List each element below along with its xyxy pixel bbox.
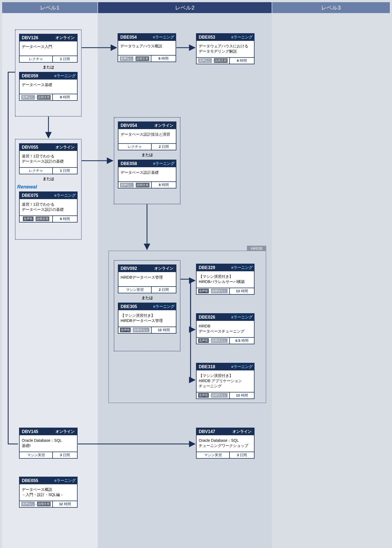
card-duration: 12 時間 (152, 327, 176, 333)
card-DBE054[interactable]: DBE054 eラーニング データウェアハウス概説 音声なし·説明文有 6 時間 (118, 33, 176, 62)
card-code: DBE055 (20, 477, 53, 484)
card-code: DBE059 (20, 72, 53, 80)
card-type-badge: eラーニング (230, 363, 254, 370)
card-type-badge: eラーニング (152, 160, 176, 167)
card-code: DBV147 (197, 428, 230, 435)
card-DBE318[interactable]: DBE318 eラーニング 【マシン演習付き】HiRDB アプリケーションチュー… (196, 363, 255, 399)
card-DBE026[interactable]: DBE026 eラーニング HiRDBデータベースチューニング 音声有·説明文な… (196, 313, 255, 344)
card-title: データベース設計基礎 (118, 167, 176, 181)
group-db-design: DBV054 オンライン データベース設計技法と演習 レクチャ 2 日間 または… (114, 117, 180, 204)
card-mode: 音声有·説明文なし (118, 327, 152, 333)
card-duration: 6 時間 (152, 182, 176, 188)
card-mode: 音声有·説明文なし (197, 338, 230, 344)
card-duration: 2 日間 (152, 287, 176, 293)
group-db-design-basics: DBV055 オンライン 速習！1日でわかるデータベース設計の基礎 レクチャ 1… (15, 139, 82, 240)
card-type-badge: eラーニング (53, 192, 77, 199)
or-label: または (16, 63, 81, 72)
card-title: 【マシン演習付き】HiRDB アプリケーションチューニング (197, 370, 254, 392)
card-DBE075[interactable]: DBE075 eラーニング 速習！1日でわかるデータベース設計の基礎 音声有·説… (19, 191, 78, 223)
card-type-badge: eラーニング (230, 34, 254, 41)
card-type-badge: オンライン (230, 428, 254, 435)
card-code: DBV092 (118, 265, 152, 272)
or-label: または (16, 174, 81, 184)
card-duration: 3 日間 (53, 452, 77, 458)
card-DBE305[interactable]: DBE305 eラーニング 【マシン演習付き】HiRDBデータベース管理 音声有… (118, 303, 176, 334)
card-title: 【マシン演習付き】HiRDBパラレルサーバ構築 (197, 271, 254, 288)
group-db-intro: DBV126 オンライン データベース入門 レクチャ 1 日間 または DBE0… (15, 29, 82, 117)
card-title: データウェアハウス概説 (118, 41, 176, 55)
card-type-badge: eラーニング (230, 314, 254, 321)
card-mode: 音声なし·説明文有 (20, 501, 53, 507)
card-DBV145[interactable]: DBV145 オンライン Oracle Database：SQL基礎Ⅰ マシン実… (19, 428, 78, 459)
card-type-badge: オンライン (152, 265, 176, 272)
card-duration: 6.5 時間 (230, 338, 254, 344)
card-type-badge: eラーニング (151, 34, 176, 41)
card-DBE055[interactable]: DBE055 eラーニング データベース概説－入門・設計・SQL編－ 音声なし·… (19, 477, 78, 508)
card-DBV054[interactable]: DBV054 オンライン データベース設計技法と演習 レクチャ 2 日間 (118, 121, 176, 150)
card-DBE329[interactable]: DBE329 eラーニング 【マシン演習付き】HiRDBパラレルサーバ構築 音声… (196, 264, 255, 295)
card-mode: レクチャ (20, 168, 53, 174)
card-duration: 8 時間 (53, 94, 77, 100)
card-title: 速習！1日でわかるデータベース設計の基礎 (20, 199, 77, 215)
card-mode: レクチャ (20, 56, 53, 62)
card-code: DBE318 (197, 363, 230, 370)
card-mode: レクチャ (118, 144, 152, 150)
card-title: データベース概説－入門・設計・SQL編－ (20, 484, 77, 501)
card-duration: 3 日間 (230, 452, 254, 458)
group-hirdb-manage: DBV092 オンライン HiRDBデータベース管理 マシン実習 2 日間 また… (114, 260, 180, 351)
card-title: データベース設計技法と演習 (118, 129, 176, 143)
card-code: DBV126 (20, 34, 53, 41)
level1-header: レベル1 (2, 2, 97, 13)
card-code: DBE075 (20, 192, 53, 199)
hirdb-label: HiRDB (247, 246, 266, 251)
card-type-badge: オンライン (53, 428, 77, 435)
card-mode: マシン実習 (197, 452, 230, 458)
card-type-badge: eラーニング (53, 72, 77, 80)
card-type-badge: eラーニング (230, 264, 254, 271)
card-title: データベース基礎 (20, 80, 77, 94)
card-title: 【マシン演習付き】HiRDBデータベース管理 (118, 310, 176, 327)
card-type-badge: eラーニング (53, 477, 77, 484)
card-mode: 音声有·説明文有 (20, 216, 53, 222)
card-DBV147[interactable]: DBV147 オンライン Oracle Database：SQLチューニングワー… (196, 428, 255, 459)
level2-header: レベル2 (98, 2, 272, 13)
card-duration: 6 時間 (151, 56, 176, 62)
card-code: DBE058 (118, 160, 152, 167)
renewal-badge: Renewal (16, 184, 81, 191)
card-DBE058[interactable]: DBE058 eラーニング データベース設計基礎 音声なし·説明文有 6 時間 (118, 160, 176, 188)
card-type-badge: eラーニング (152, 303, 176, 310)
card-duration: 6 時間 (230, 58, 254, 64)
card-DBV055[interactable]: DBV055 オンライン 速習！1日でわかるデータベース設計の基礎 レクチャ 1… (19, 143, 78, 174)
card-title: データウェアハウスにおけるデータモデリング解説 (197, 41, 254, 57)
card-code: DBE053 (197, 34, 230, 41)
card-mode: 音声なし·説明文有 (197, 58, 230, 64)
card-mode: マシン実習 (20, 452, 53, 458)
card-duration: 2 日間 (152, 144, 176, 150)
card-title: Oracle Database：SQL基礎Ⅰ (20, 435, 77, 452)
card-type-badge: オンライン (53, 144, 77, 151)
card-code: DBV055 (20, 144, 53, 151)
or-label: または (114, 293, 180, 303)
level3-header: レベル3 (272, 2, 390, 13)
card-DBE053[interactable]: DBE053 eラーニング データウェアハウスにおけるデータモデリング解説 音声… (196, 33, 255, 64)
card-code: DBV145 (20, 428, 53, 435)
card-DBV126[interactable]: DBV126 オンライン データベース入門 レクチャ 1 日間 (19, 34, 78, 63)
card-mode: 音声なし·説明文有 (20, 94, 53, 100)
card-code: DBE305 (118, 303, 152, 310)
card-title: データベース入門 (20, 41, 77, 56)
card-duration: 13 時間 (230, 288, 254, 294)
card-type-badge: オンライン (53, 34, 77, 41)
card-DBE059[interactable]: DBE059 eラーニング データベース基礎 音声なし·説明文有 8 時間 (19, 72, 78, 101)
card-type-badge: オンライン (152, 122, 176, 129)
card-duration: 1 日間 (53, 168, 77, 174)
card-title: Oracle Database：SQLチューニングワークショップ (197, 435, 254, 452)
card-mode: 音声なし·説明文有 (118, 56, 151, 62)
card-mode: 音声有·説明文なし (197, 392, 230, 398)
card-duration: 12 時間 (53, 501, 77, 507)
or-label: または (114, 150, 180, 160)
card-DBV092[interactable]: DBV092 オンライン HiRDBデータベース管理 マシン実習 2 日間 (118, 264, 176, 293)
card-code: DBV054 (118, 122, 152, 129)
card-mode: 音声有·説明文なし (197, 288, 230, 294)
card-code: DBE329 (197, 264, 230, 271)
card-title: HiRDBデータベース管理 (118, 272, 176, 286)
